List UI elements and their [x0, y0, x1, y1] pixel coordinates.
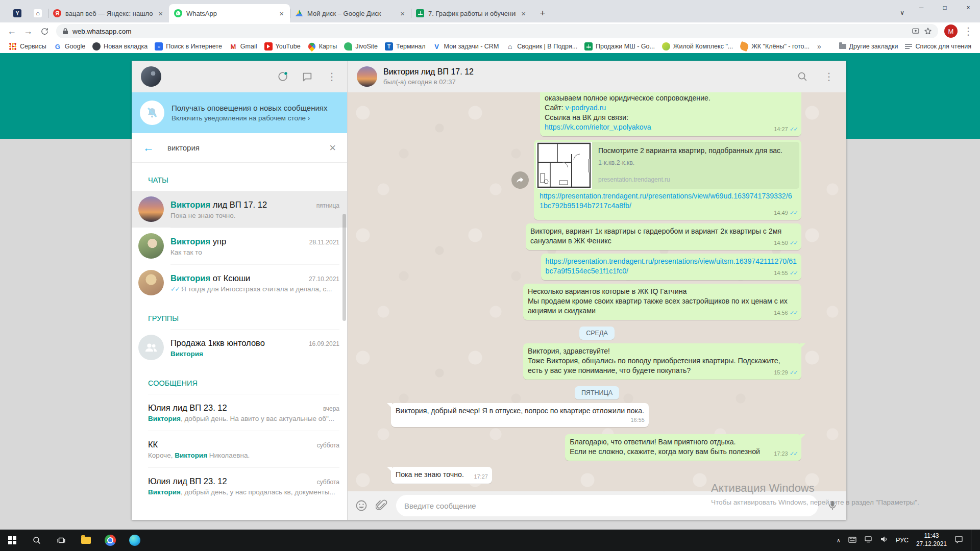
- taskbar-search-icon[interactable]: [24, 530, 49, 551]
- close-button[interactable]: ×: [957, 0, 980, 15]
- message-result-kk[interactable]: КК суббота Короче, Виктория Николаевна.: [132, 431, 347, 467]
- browser-profile-avatar[interactable]: M: [944, 24, 958, 38]
- presentation-link[interactable]: https://presentation.trendagent.ru/prese…: [540, 192, 792, 210]
- bookmark-sales-sheet[interactable]: Продажи МШ - Go...: [581, 42, 658, 51]
- other-bookmarks[interactable]: Другие закладки: [836, 43, 902, 50]
- tab-close-icon[interactable]: ×: [278, 9, 285, 18]
- message-result-yulia-1[interactable]: Юлия лид ВП 23. 12 вчера Виктория, добры…: [132, 394, 347, 431]
- result-name: Юлия лид ВП 23. 12: [148, 477, 227, 486]
- bookmark-label: Продажи МШ - Go...: [596, 43, 655, 50]
- bookmark-maps[interactable]: Карты: [304, 42, 341, 51]
- chat-result-viktoria-lead[interactable]: Виктория лид ВП 17. 12 пятница Пока не з…: [132, 191, 347, 228]
- bookmark-gmail[interactable]: MGmail: [226, 42, 261, 51]
- browser-icon[interactable]: [122, 530, 147, 551]
- read-receipt-icon: ✓✓: [790, 238, 797, 248]
- window-menu-caret[interactable]: ∨: [900, 9, 904, 16]
- tray-expand-icon[interactable]: ∧: [837, 537, 841, 544]
- minimize-button[interactable]: ─: [910, 0, 933, 15]
- maximize-button[interactable]: □: [933, 0, 957, 15]
- new-chat-icon[interactable]: [301, 70, 313, 83]
- file-explorer-icon[interactable]: [74, 530, 98, 551]
- group-result-prodazha[interactable]: Продажа 1ккв юнтолово 16.09.2021 Виктори…: [132, 329, 347, 366]
- address-bar[interactable]: web.whatsapp.com: [56, 24, 938, 38]
- tab-whatsapp[interactable]: WhatsApp ×: [169, 4, 290, 22]
- my-profile-avatar[interactable]: [141, 66, 161, 87]
- bookmark-label: Жилой Комплекс "...: [673, 43, 733, 50]
- read-receipt-icon: ✓✓: [790, 308, 797, 318]
- taskbar-clock[interactable]: 11:43 27.12.2021: [916, 532, 947, 548]
- link-preview-card[interactable]: Посмотрите 2 варианта квартир, подобранн…: [536, 142, 799, 189]
- sidebar-menu-icon[interactable]: ⋮: [326, 70, 338, 83]
- tab-close-icon[interactable]: ×: [399, 9, 406, 18]
- volume-icon[interactable]: [880, 536, 888, 545]
- pinned-tab-yandex[interactable]: Y: [7, 4, 28, 22]
- bookmark-youtube[interactable]: YouTube: [261, 42, 304, 51]
- chat-title[interactable]: Виктория лид ВП 17. 12: [383, 67, 474, 77]
- task-view-icon[interactable]: [49, 530, 74, 551]
- bookmark-crm-tasks[interactable]: VМои задачи - CRM: [429, 42, 503, 51]
- outgoing-message: Несколько вариантов которые в ЖК IQ Гатч…: [523, 284, 801, 320]
- pinned-tab-domclick[interactable]: ⌂: [28, 4, 48, 22]
- network-icon[interactable]: [864, 536, 872, 545]
- notification-center-icon[interactable]: [954, 536, 963, 545]
- chat-result-viktoria-ksyusha[interactable]: Виктория от Ксюши 27.10.2021 ✓✓Я тогда д…: [132, 264, 347, 301]
- tab-close-icon[interactable]: ×: [520, 9, 527, 18]
- bookmark-terminal[interactable]: ТТерминал: [381, 42, 429, 51]
- tab-yandex-search[interactable]: Я вацап веб — Яндекс: нашлось 5... ×: [48, 4, 169, 22]
- outgoing-message: оказываем полное юридическое сопровожден…: [540, 92, 801, 136]
- forward-icon[interactable]: →: [20, 23, 36, 39]
- presentation-link[interactable]: https://presentation.trendagent.ru/prese…: [546, 257, 797, 275]
- browser-menu-icon[interactable]: ⋮: [961, 23, 976, 39]
- bookmark-star-icon[interactable]: [924, 27, 932, 35]
- banner-subtitle: Включить уведомления на рабочем столе ›: [172, 114, 327, 122]
- tab-google-drive[interactable]: Мой диск – Google Диск ×: [290, 4, 411, 22]
- bookmark-web-search[interactable]: ○Поиск в Интернете: [151, 42, 226, 51]
- keyboard-icon[interactable]: [848, 536, 856, 545]
- forward-icon[interactable]: [511, 171, 529, 189]
- message-input[interactable]: [404, 502, 810, 510]
- chat-time: пятница: [312, 202, 339, 209]
- tab-schedule-sheet[interactable]: 7. График работы и обучений м... ×: [411, 4, 532, 22]
- chat-result-viktoria-upr[interactable]: Виктория упр 28.11.2021 Как так то: [132, 228, 347, 264]
- message-time: 15:29: [774, 368, 788, 378]
- status-icon[interactable]: [277, 70, 289, 83]
- reading-list[interactable]: Список для чтения: [901, 43, 975, 50]
- attach-icon[interactable]: [376, 499, 388, 512]
- chat-search-icon[interactable]: [796, 70, 808, 83]
- reload-icon[interactable]: [37, 23, 52, 39]
- bookmark-google[interactable]: GGoogle: [50, 42, 89, 51]
- site-link[interactable]: v-podryad.ru: [566, 104, 606, 112]
- preview-title: Посмотрите 2 варианта квартир, подобранн…: [598, 146, 782, 156]
- bookmark-zhiloy-komplex[interactable]: Жилой Комплекс "...: [658, 42, 737, 51]
- back-icon[interactable]: ←: [4, 23, 19, 39]
- chrome-icon[interactable]: [98, 530, 122, 551]
- message-result-yulia-2[interactable]: Юлия лид ВП 23. 12 суббота Виктория, доб…: [132, 467, 347, 504]
- bookmark-jivosite[interactable]: JivoSite: [340, 42, 381, 51]
- bookmark-servisy[interactable]: Сервисы: [5, 42, 50, 51]
- chat-menu-icon[interactable]: ⋮: [823, 70, 835, 83]
- avatar: [138, 270, 164, 295]
- bookmark-zhk-kleny[interactable]: ЖК "Клёны" - гото...: [737, 42, 813, 51]
- date-divider: СРЕДА: [348, 327, 846, 340]
- vk-link[interactable]: https://vk.com/rieltor_v.polyakova: [545, 123, 651, 131]
- notifications-banner[interactable]: Получать оповещения о новых сообщениях В…: [132, 92, 347, 133]
- search-input[interactable]: [167, 143, 316, 152]
- bookmark-new-tab[interactable]: Новая вкладка: [89, 42, 151, 51]
- sidebar-scrollbar[interactable]: [342, 214, 346, 321]
- show-desktop-button[interactable]: [971, 530, 974, 551]
- new-tab-button[interactable]: +: [535, 6, 550, 21]
- message-input-pill[interactable]: [396, 495, 818, 516]
- start-button[interactable]: [0, 530, 24, 551]
- chat-avatar[interactable]: [357, 66, 377, 87]
- search-back-icon[interactable]: ←: [143, 141, 154, 155]
- emoji-icon[interactable]: [355, 499, 368, 512]
- language-indicator[interactable]: РУС: [896, 537, 909, 544]
- bookmark-svodnik[interactable]: ⌂Сводник | В Подря...: [502, 42, 581, 51]
- share-icon[interactable]: [912, 27, 920, 35]
- apps-grid-icon: [9, 42, 17, 51]
- search-clear-icon[interactable]: ×: [329, 142, 336, 154]
- jivosite-icon: [344, 42, 352, 51]
- mic-icon[interactable]: [826, 499, 839, 512]
- bookmarks-overflow-chevron[interactable]: »: [813, 42, 825, 51]
- tab-close-icon[interactable]: ×: [157, 9, 164, 18]
